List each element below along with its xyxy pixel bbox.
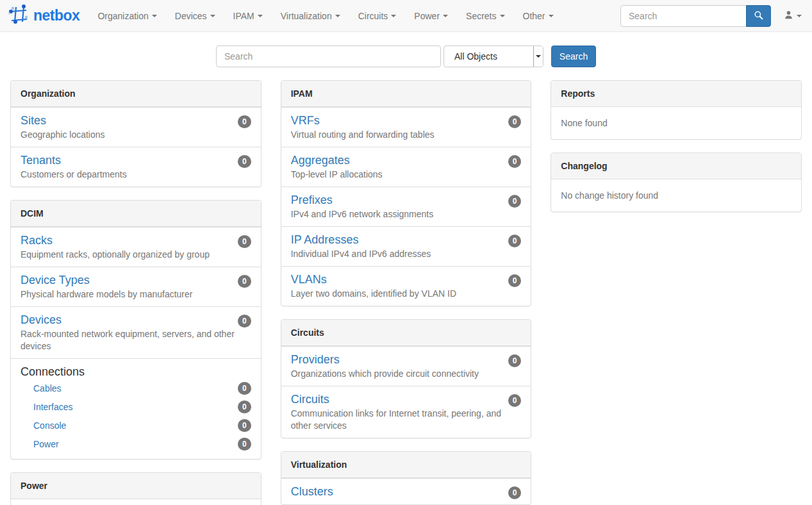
chevron-down-icon [549, 15, 554, 17]
chevron-down-icon [258, 15, 263, 17]
link-device-types[interactable]: Device Types [21, 274, 90, 286]
nav-item-other[interactable]: Other [514, 0, 563, 32]
link-clusters[interactable]: Clusters [291, 485, 333, 498]
panel-heading: Power [11, 473, 261, 499]
connection-row: Interfaces 0 [21, 397, 251, 416]
chevron-down-icon [335, 15, 340, 17]
reports-empty-message: None found [551, 107, 801, 139]
column-left: Organization 0 Sites Geographic location… [10, 80, 261, 505]
list-item: 0 Racks Equipment racks, optionally orga… [11, 227, 261, 267]
count-badge: 0 [238, 315, 251, 327]
count-badge: 0 [508, 195, 522, 208]
link-aggregates[interactable]: Aggregates [291, 154, 350, 167]
link-interfaces[interactable]: Interfaces [33, 402, 72, 412]
link-providers[interactable]: Providers [291, 353, 340, 366]
object-type-select[interactable]: All Objects [443, 46, 543, 67]
panel-reports: Reports None found [551, 80, 802, 140]
item-description: Virtual routing and forwarding tables [291, 129, 522, 141]
global-search-button[interactable]: Search [551, 46, 596, 67]
item-description: Layer two domains, identified by VLAN ID [291, 288, 522, 300]
brand-link[interactable]: netbox [0, 4, 85, 28]
chevron-down-icon [391, 15, 396, 17]
list-item: 0 Circuits Communication links for Inter… [281, 386, 531, 438]
chevron-down-icon [536, 55, 541, 58]
nav-item-virtualization[interactable]: Virtualization [272, 0, 349, 32]
list-item: 0 Prefixes IPv4 and IPv6 network assignm… [281, 186, 531, 226]
panel-power: Power [10, 472, 261, 505]
global-search-bar: All Objects Search [0, 46, 812, 67]
navbar-search-button[interactable] [746, 5, 771, 27]
count-badge: 0 [238, 382, 251, 395]
navbar-search [620, 5, 771, 27]
panel-heading: IPAM [281, 81, 531, 107]
count-badge: 0 [508, 235, 522, 247]
chevron-down-icon [152, 15, 157, 17]
connection-row: Console 0 [21, 416, 251, 435]
nav-item-power[interactable]: Power [405, 0, 457, 32]
item-description: Customers or departments [21, 169, 251, 181]
select-caret-strip [533, 46, 543, 67]
link-circuits[interactable]: Circuits [291, 393, 329, 406]
nav-item-secrets[interactable]: Secrets [457, 0, 513, 32]
global-search-input[interactable] [216, 46, 441, 67]
link-sites[interactable]: Sites [21, 114, 46, 127]
link-cables[interactable]: Cables [33, 383, 62, 393]
count-badge: 0 [508, 155, 522, 168]
object-type-selected-value: All Objects [444, 51, 533, 62]
count-badge: 0 [238, 155, 251, 168]
link-prefixes[interactable]: Prefixes [291, 194, 333, 206]
item-description: Geographic locations [21, 129, 251, 141]
nav-item-circuits[interactable]: Circuits [349, 0, 406, 32]
link-vrfs[interactable]: VRFs [291, 114, 320, 127]
panel-heading: Reports [551, 81, 801, 107]
panel-virtualization: Virtualization 0 Clusters [281, 451, 532, 505]
nav-item-ipam[interactable]: IPAM [224, 0, 272, 32]
navbar-search-input[interactable] [620, 5, 747, 27]
count-badge: 0 [238, 438, 251, 451]
count-badge: 0 [238, 115, 251, 128]
list-item: 0 Providers Organizations which provide … [281, 346, 531, 386]
netbox-logo-icon [8, 4, 29, 28]
count-badge: 0 [508, 486, 522, 499]
panel-circuits: Circuits 0 Providers Organizations which… [281, 319, 532, 438]
count-badge: 0 [238, 275, 251, 288]
item-description: Top-level IP allocations [291, 169, 522, 181]
column-middle: IPAM 0 VRFs Virtual routing and forwardi… [281, 80, 532, 505]
panel-heading: Organization [11, 81, 261, 107]
count-badge: 0 [508, 274, 522, 287]
item-description: Organizations which provide circuit conn… [291, 368, 522, 380]
list-item: 0 Devices Rack-mounted network equipment… [11, 306, 261, 358]
panel-heading: Changelog [551, 153, 801, 179]
panel-organization: Organization 0 Sites Geographic location… [10, 80, 261, 187]
item-description: Rack-mounted network equipment, servers,… [21, 328, 251, 352]
nav-item-devices[interactable]: Devices [166, 0, 224, 32]
list-item: 0 IP Addresses Individual IPv4 and IPv6 … [281, 226, 531, 266]
user-menu-button[interactable] [771, 10, 812, 22]
panel-ipam: IPAM 0 VRFs Virtual routing and forwardi… [281, 80, 532, 306]
item-description: Communication links for Internet transit… [291, 408, 522, 432]
chevron-down-icon [443, 15, 448, 17]
link-devices[interactable]: Devices [21, 313, 62, 326]
list-item: 0 Aggregates Top-level IP allocations [281, 147, 531, 186]
top-navbar: netbox Organization Devices IPAM Virtual… [0, 0, 812, 32]
link-tenants[interactable]: Tenants [21, 154, 61, 167]
link-vlans[interactable]: VLANs [291, 273, 327, 286]
search-icon [754, 10, 763, 22]
panel-changelog: Changelog No change history found [551, 153, 802, 212]
panel-body [11, 499, 261, 505]
panel-heading: Virtualization [281, 452, 531, 478]
link-console[interactable]: Console [33, 420, 66, 431]
connections-section: Connections Cables 0 Interfaces 0 Consol… [11, 358, 261, 459]
count-badge: 0 [508, 115, 522, 128]
dashboard-content: Organization 0 Sites Geographic location… [0, 80, 812, 505]
link-power-connections[interactable]: Power [33, 439, 59, 449]
chevron-down-icon [500, 15, 505, 17]
connection-row: Cables 0 [21, 379, 251, 397]
column-right: Reports None found Changelog No change h… [551, 80, 802, 505]
nav-item-organization[interactable]: Organization [88, 0, 165, 32]
count-badge: 0 [238, 401, 251, 413]
link-racks[interactable]: Racks [21, 234, 53, 247]
link-ip-addresses[interactable]: IP Addresses [291, 233, 359, 246]
count-badge: 0 [508, 394, 522, 407]
list-item: 0 VRFs Virtual routing and forwarding ta… [281, 107, 531, 147]
